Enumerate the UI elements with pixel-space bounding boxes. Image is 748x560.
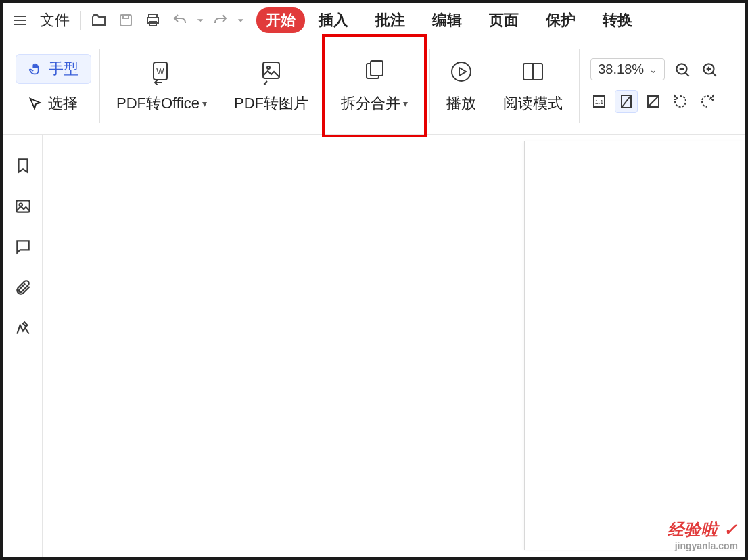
pdf-to-image-icon [258,58,285,85]
fit-width-icon[interactable] [642,90,665,113]
select-tool-button[interactable]: 选择 [16,89,91,118]
hand-tool-button[interactable]: 手型 [16,54,91,84]
content-area [3,135,745,557]
undo-dropdown-icon[interactable] [193,7,207,34]
menu-file[interactable]: 文件 [33,7,76,34]
svg-point-13 [452,62,471,81]
read-mode-button[interactable]: 阅读模式 [490,54,576,118]
separator [80,11,81,30]
watermark-check-icon: ✓ [724,520,738,538]
chevron-down-icon: ▾ [403,98,408,109]
svg-point-10 [267,66,270,69]
print-icon[interactable] [139,7,166,34]
app-frame: 文件 开始 插入 批注 编辑 页面 保护 转换 [0,0,748,560]
zoom-select[interactable]: 38.18% ⌄ [590,58,665,80]
svg-text:W: W [156,67,164,76]
pdf-to-image-button[interactable]: PDF转图片 [220,54,322,118]
tab-start[interactable]: 开始 [256,7,305,33]
rotate-ccw-icon[interactable] [669,90,692,113]
zoom-in-icon[interactable] [700,60,719,79]
separator [429,49,430,123]
undo-icon[interactable] [166,7,193,34]
svg-rect-12 [371,61,383,76]
split-merge-label: 拆分合并 [341,93,400,114]
tab-edit[interactable]: 编辑 [419,10,475,30]
play-icon [448,58,475,85]
svg-rect-3 [120,15,131,26]
svg-rect-27 [16,200,30,212]
tab-convert[interactable]: 转换 [589,10,646,30]
rotate-cw-icon[interactable] [696,90,719,113]
svg-text:1:1: 1:1 [595,99,604,106]
image-icon[interactable] [12,195,34,217]
tab-protect[interactable]: 保护 [532,10,589,30]
canvas[interactable] [43,135,745,557]
read-mode-label: 阅读模式 [503,93,563,114]
open-folder-icon[interactable] [85,7,112,34]
fit-page-icon[interactable] [615,90,638,113]
play-button[interactable]: 播放 [433,54,490,118]
svg-rect-9 [263,62,279,78]
menu-bar: 文件 开始 插入 批注 编辑 页面 保护 转换 [3,3,745,37]
selection-tools: 手型 选择 [10,54,97,118]
watermark: 经验啦 ✓ jingyanla.com [668,519,738,551]
split-merge-button[interactable]: 拆分合并▾ [322,54,427,118]
attachment-icon[interactable] [12,277,34,298]
actual-size-icon[interactable]: 1:1 [588,90,611,113]
separator [252,11,252,30]
save-icon[interactable] [112,7,139,34]
chevron-down-icon: ⌄ [649,64,657,75]
redo-icon[interactable] [207,7,234,34]
hand-tool-label: 手型 [49,59,78,79]
select-tool-label: 选择 [48,93,78,114]
pdf-to-office-label: PDF转Office [116,93,200,114]
signature-icon[interactable] [12,317,34,339]
document-preview[interactable] [525,141,745,550]
read-mode-icon [519,58,546,85]
play-label: 播放 [446,93,476,114]
pdf-to-office-button[interactable]: W PDF转Office▾ [103,54,220,118]
zoom-value: 38.18% [598,62,644,77]
watermark-title: 经验啦 [668,520,718,538]
chevron-down-icon: ▾ [202,98,207,109]
separator [579,49,580,123]
split-merge-icon [361,58,388,85]
tab-insert[interactable]: 插入 [305,10,362,30]
tab-annotate[interactable]: 批注 [362,10,419,30]
pdf-to-office-icon: W [148,58,175,85]
ribbon: 手型 选择 W PDF转Office▾ PDF转图片 拆分合并▾ [3,37,745,135]
bookmark-icon[interactable] [12,155,34,177]
svg-line-18 [685,72,688,76]
side-rail [3,135,43,557]
tab-page[interactable]: 页面 [475,10,532,30]
hamburger-icon[interactable] [6,7,33,34]
watermark-url: jingyanla.com [668,540,738,551]
zoom-cluster: 38.18% ⌄ 1:1 [582,58,722,113]
zoom-out-icon[interactable] [673,60,692,79]
comment-icon[interactable] [12,236,34,258]
redo-dropdown-icon[interactable] [234,7,248,34]
svg-line-22 [712,72,716,76]
pdf-to-image-label: PDF转图片 [234,93,308,114]
separator [99,49,100,123]
